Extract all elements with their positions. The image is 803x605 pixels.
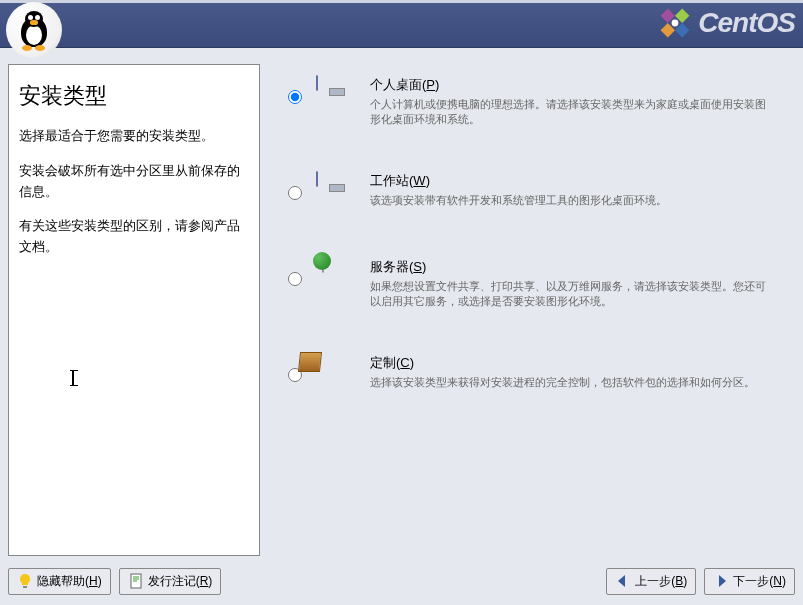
- help-title: 安装类型: [19, 79, 249, 112]
- help-para-1: 选择最适合于您需要的安装类型。: [19, 126, 249, 147]
- option-desc: 个人计算机或便携电脑的理想选择。请选择该安装类型来为家庭或桌面使用安装图形化桌面…: [370, 97, 775, 128]
- release-notes-button[interactable]: 发行注记(R): [119, 568, 222, 595]
- back-button[interactable]: 上一步(B): [606, 568, 696, 595]
- option-custom[interactable]: 定制(C) 选择该安装类型来获得对安装进程的完全控制，包括软件包的选择和如何分区…: [276, 354, 795, 396]
- option-title: 定制(C): [370, 354, 775, 372]
- option-desc: 如果您想设置文件共享、打印共享、以及万维网服务，请选择该安装类型。您还可以启用其…: [370, 279, 775, 310]
- centos-brand: CentOS: [658, 6, 795, 40]
- option-desc: 该选项安装带有软件开发和系统管理工具的图形化桌面环境。: [370, 193, 775, 208]
- option-title: 个人桌面(P): [370, 76, 775, 94]
- custom-icon: [316, 354, 358, 396]
- centos-logo-icon: [658, 6, 692, 40]
- option-title: 服务器(S): [370, 258, 775, 276]
- svg-rect-5: [23, 586, 27, 588]
- arrow-right-icon: [713, 573, 729, 589]
- text-cursor: [72, 370, 74, 386]
- document-icon: [128, 573, 144, 589]
- option-server[interactable]: 服务器(S) 如果您想设置文件共享、打印共享、以及万维网服务，请选择该安装类型。…: [276, 258, 795, 310]
- radio-server[interactable]: [288, 272, 302, 286]
- svg-point-4: [672, 20, 679, 27]
- server-icon: [316, 258, 358, 300]
- next-button[interactable]: 下一步(N): [704, 568, 795, 595]
- arrow-left-icon: [615, 573, 631, 589]
- linux-penguin-logo: [6, 2, 62, 58]
- header-bar: CentOS: [0, 0, 803, 48]
- help-para-2: 安装会破坏所有选中分区里从前保存的信息。: [19, 161, 249, 203]
- install-type-options: 个人桌面(P) 个人计算机或便携电脑的理想选择。请选择该安装类型来为家庭或桌面使…: [276, 64, 795, 556]
- help-para-3: 有关这些安装类型的区别，请参阅产品文档。: [19, 216, 249, 258]
- personal-desktop-icon: [316, 76, 358, 118]
- help-panel: 安装类型 选择最适合于您需要的安装类型。 安装会破坏所有选中分区里从前保存的信息…: [8, 64, 260, 556]
- centos-text: CentOS: [698, 7, 795, 39]
- radio-workstation[interactable]: [288, 186, 302, 200]
- option-workstation[interactable]: 工作站(W) 该选项安装带有软件开发和系统管理工具的图形化桌面环境。: [276, 172, 795, 214]
- hide-help-button[interactable]: 隐藏帮助(H): [8, 568, 111, 595]
- radio-personal-desktop[interactable]: [288, 90, 302, 104]
- option-desc: 选择该安装类型来获得对安装进程的完全控制，包括软件包的选择和如何分区。: [370, 375, 775, 390]
- footer-bar: 隐藏帮助(H) 发行注记(R) 上一步(B) 下一步(N): [0, 564, 803, 598]
- option-personal-desktop[interactable]: 个人桌面(P) 个人计算机或便携电脑的理想选择。请选择该安装类型来为家庭或桌面使…: [276, 76, 795, 128]
- lightbulb-icon: [17, 573, 33, 589]
- workstation-icon: [316, 172, 358, 214]
- option-title: 工作站(W): [370, 172, 775, 190]
